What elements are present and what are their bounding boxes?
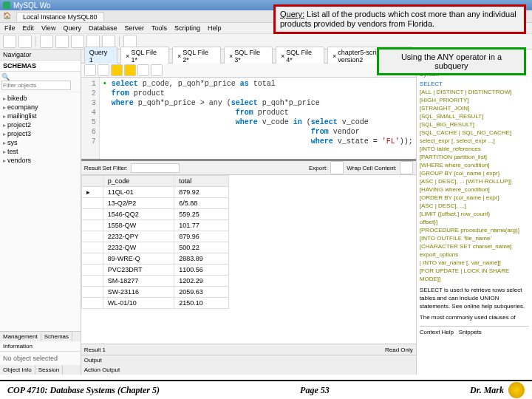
filter-row: 🔍 — [0, 72, 81, 92]
select-kw: SELECT — [420, 80, 529, 88]
query-toolbar — [81, 64, 416, 78]
execute-icon[interactable] — [111, 64, 123, 76]
table-row: WL-01/102150.10 — [81, 298, 228, 309]
home-icon[interactable]: 🏠 — [3, 12, 12, 21]
table-row: 13-Q2/P26/5.88 — [81, 198, 228, 209]
info-header: Information — [0, 341, 81, 352]
menu-database[interactable]: Database — [89, 24, 117, 32]
help-panel: ◂ ▸ Topic: SELECT Syntax: SELECT [ALL | … — [416, 50, 532, 375]
menu-file[interactable]: File — [4, 24, 16, 32]
app-title: MySQL Wo — [13, 1, 51, 10]
table-row: ▸11QL-01879.92 — [81, 187, 228, 198]
help-common: The most commonly used clauses of — [420, 313, 529, 321]
schema-tree[interactable]: ▸bikedb ▸ecompany ▸mailinglist ▸project2… — [0, 92, 81, 331]
wrap-label: Wrap Cell Content: — [347, 165, 396, 171]
table-row: 2232-QW500.22 — [81, 242, 228, 253]
col-pcode[interactable]: p_code — [103, 176, 174, 187]
schema-item: ▸bikedb — [3, 94, 78, 103]
menu-help[interactable]: Help — [208, 24, 222, 32]
footer-mid: Page 53 — [300, 385, 330, 396]
schema-item: ▸mailinglist — [3, 112, 78, 120]
filter-input[interactable] — [1, 81, 71, 90]
callout-any: Using the ANY operator in a subquery — [377, 47, 526, 75]
filter-label: Result Set Filter: — [84, 165, 128, 171]
slide-footer: COP 4710: Database Systems (Chapter 5) P… — [0, 380, 532, 399]
line-gutter: 1234567 — [81, 78, 100, 159]
ucf-logo-icon — [508, 382, 525, 398]
table-row: 2232-QPY879.96 — [81, 231, 228, 242]
separator — [35, 36, 36, 47]
tab-objinfo[interactable]: Object Info — [0, 365, 35, 375]
new-sql-icon[interactable] — [3, 35, 16, 48]
callout-query: Query: List all of the products which co… — [273, 4, 526, 34]
result-tab[interactable]: Result 1 — [84, 347, 106, 353]
nav-tab-schemas[interactable]: Schemas — [41, 332, 72, 341]
main-area: Navigator SCHEMAS 🔍 ▸bikedb ▸ecompany ▸m… — [0, 50, 532, 375]
menu-view[interactable]: View — [41, 24, 55, 32]
table-row: PVC23DRT1100.56 — [81, 265, 228, 276]
separator — [119, 36, 120, 47]
navigator-panel: Navigator SCHEMAS 🔍 ▸bikedb ▸ecompany ▸m… — [0, 50, 81, 375]
help-desc: SELECT is used to retrieve rows select t… — [420, 286, 529, 310]
stop-icon[interactable] — [151, 64, 163, 76]
execute-current-icon[interactable] — [124, 64, 136, 76]
help-body: [ALL | DISTINCT | DISTINCTROW][HIGH_PRIO… — [420, 88, 529, 283]
nav-footer: Management Schemas Information No object… — [0, 331, 81, 375]
table-row: SM-182771202.29 — [81, 276, 228, 287]
table-row: 1546-QQ2559.25 — [81, 209, 228, 220]
schema-item: ▸sys — [3, 138, 78, 147]
code-area[interactable]: • select p_code, p_qoh*p_price as total … — [100, 78, 416, 159]
tbtn-4[interactable] — [55, 35, 69, 48]
schema-item: ▸vendors — [3, 156, 78, 165]
output-label: Output — [84, 357, 102, 364]
footer-right: Dr. Mark — [470, 385, 504, 396]
schema-item: ▸test — [3, 147, 78, 156]
wrap-icon[interactable] — [400, 161, 413, 174]
nav-header: Navigator — [3, 51, 32, 58]
snippets-tab[interactable]: Snippets — [459, 329, 482, 335]
menu-edit[interactable]: Edit — [23, 24, 35, 32]
tbtn-5[interactable] — [71, 35, 84, 48]
search-icon: 🔍 — [1, 73, 10, 81]
context-help-tab[interactable]: Context Help — [420, 329, 454, 335]
table-row: SW-231162059.63 — [81, 287, 228, 298]
menu-tools[interactable]: Tools — [151, 24, 167, 32]
tbtn-3[interactable] — [40, 35, 53, 48]
schema-item: ▸project3 — [3, 129, 78, 138]
export-icon[interactable] — [330, 161, 344, 174]
save-icon[interactable] — [98, 64, 109, 76]
center-panel: Query 1 ×SQL File 1* ×SQL File 2* ×SQL F… — [81, 50, 416, 375]
result-tabs: Result 1 Read Only — [81, 344, 416, 355]
schema-item: ▸ecompany — [3, 103, 78, 112]
footer-left: COP 4710: Database Systems (Chapter 5) — [7, 385, 160, 396]
result-grid[interactable]: p_codetotal ▸11QL-01879.92 13-Q2/P26/5.8… — [81, 175, 416, 344]
tab-session[interactable]: Session — [35, 365, 63, 375]
result-toolbar: Result Set Filter: Export: Wrap Cell Con… — [81, 161, 416, 175]
query-tabs: Query 1 ×SQL File 1* ×SQL File 2* ×SQL F… — [81, 50, 416, 64]
readonly-label: Read Only — [385, 347, 413, 353]
table-row: 1558-QW101.77 — [81, 220, 228, 231]
open-icon[interactable] — [84, 64, 96, 76]
col-total[interactable]: total — [174, 176, 228, 187]
result-filter-input[interactable] — [131, 163, 180, 173]
connection-tab[interactable]: Local Instance MySQL80 — [16, 12, 104, 21]
table-row: 89-WRE-Q2883.89 — [81, 253, 228, 265]
menu-scripting[interactable]: Scripting — [174, 24, 200, 32]
action-output-label[interactable]: Action Output — [84, 366, 120, 373]
schema-item: ▸project2 — [3, 120, 78, 129]
menu-query[interactable]: Query — [63, 24, 81, 32]
schemas-label: SCHEMAS — [0, 61, 81, 72]
no-object-label: No object selected — [0, 352, 81, 365]
menu-server[interactable]: Server — [124, 24, 144, 32]
explain-icon[interactable] — [137, 64, 149, 76]
sql-editor[interactable]: 1234567 • select p_code, p_qoh*p_price a… — [81, 78, 416, 161]
nav-tab-management[interactable]: Management — [0, 332, 41, 341]
output-panel: Output Action Output — [81, 355, 416, 375]
export-label: Export: — [309, 165, 327, 171]
app-icon — [3, 1, 10, 9]
open-sql-icon[interactable] — [18, 35, 32, 48]
